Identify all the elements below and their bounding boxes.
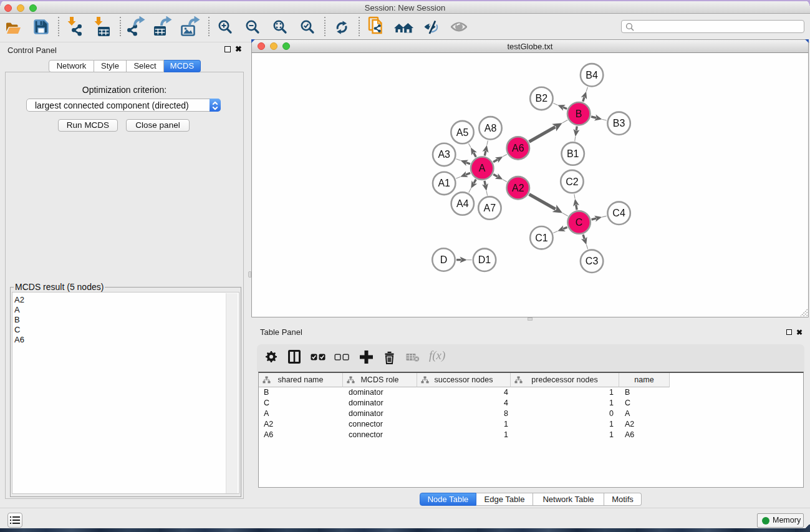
svg-text:A8: A8 xyxy=(485,123,497,133)
svg-text:D1: D1 xyxy=(478,254,491,265)
svg-text:C4: C4 xyxy=(612,208,625,218)
svg-text:D: D xyxy=(440,254,448,265)
svg-text:B3: B3 xyxy=(613,118,625,128)
svg-text:A: A xyxy=(479,163,486,173)
svg-text:A1: A1 xyxy=(438,178,450,188)
svg-text:A7: A7 xyxy=(484,203,496,213)
svg-text:C3: C3 xyxy=(586,256,599,266)
svg-text:A3: A3 xyxy=(438,149,450,160)
svg-text:A5: A5 xyxy=(456,127,469,138)
svg-text:B1: B1 xyxy=(567,148,579,159)
svg-text:C2: C2 xyxy=(566,177,579,187)
svg-text:C: C xyxy=(576,217,583,228)
svg-text:C1: C1 xyxy=(535,233,548,243)
svg-text:A4: A4 xyxy=(456,198,469,209)
svg-text:A6: A6 xyxy=(512,143,524,153)
svg-text:B: B xyxy=(576,109,582,119)
svg-text:A2: A2 xyxy=(512,183,524,193)
svg-text:B2: B2 xyxy=(536,93,548,104)
svg-text:B4: B4 xyxy=(586,70,598,80)
